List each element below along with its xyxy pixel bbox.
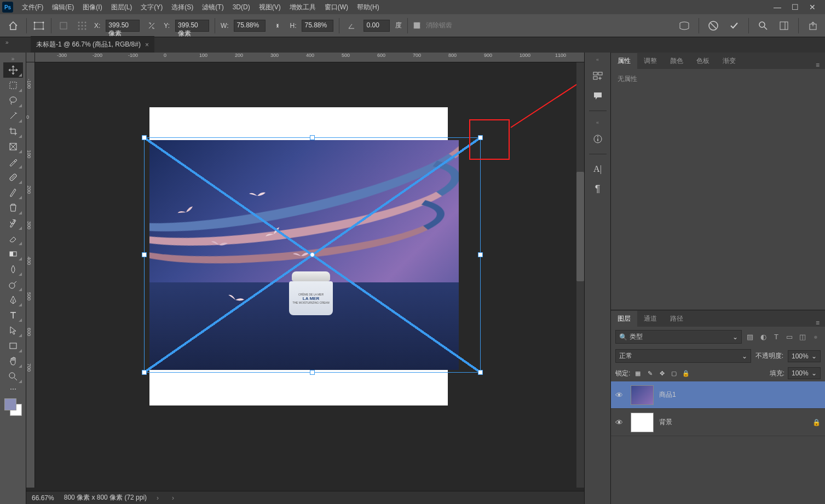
comments-panel-icon[interactable] — [590, 90, 605, 102]
menu-help[interactable]: 帮助(H) — [353, 1, 384, 14]
search-icon[interactable] — [757, 19, 770, 32]
ruler-horizontal[interactable]: -300 -200 -100 0 100 200 300 400 500 600… — [35, 53, 584, 62]
h-input[interactable]: 75.88% — [302, 20, 333, 32]
panel-menu-icon[interactable]: ≡ — [810, 61, 825, 69]
blend-mode[interactable]: 正常⌄ — [615, 349, 751, 363]
link-wh-icon[interactable] — [271, 19, 284, 32]
lock-all-icon[interactable]: 🔒 — [682, 369, 690, 378]
history-panel-icon[interactable] — [590, 70, 605, 82]
tab-properties[interactable]: 属性 — [611, 53, 637, 69]
history-brush-tool[interactable] — [3, 216, 23, 231]
gradient-tool[interactable] — [3, 246, 23, 262]
tab-paths[interactable]: 路径 — [664, 311, 690, 327]
tab-layers[interactable]: 图层 — [611, 311, 637, 327]
transform-handle-bl[interactable] — [142, 370, 147, 375]
marquee-tool[interactable] — [3, 78, 23, 93]
canvas-scrollbar[interactable] — [576, 62, 584, 488]
clone-tool[interactable] — [3, 200, 23, 216]
cancel-transform-icon[interactable] — [707, 19, 720, 32]
transform-handle-mr[interactable] — [478, 252, 483, 257]
hand-tool[interactable] — [3, 354, 23, 369]
ruler-origin[interactable] — [26, 53, 35, 62]
warp-icon[interactable] — [678, 19, 691, 32]
tab-chevron-icon[interactable]: » — [5, 39, 9, 45]
lock-artboard-icon[interactable]: ▢ — [670, 369, 678, 378]
transform-handle-ml[interactable] — [142, 252, 147, 257]
zoom-tool[interactable] — [3, 369, 23, 384]
status-chevron-icon[interactable]: › — [157, 494, 159, 502]
path-select-tool[interactable] — [3, 323, 23, 338]
menu-file[interactable]: 文件(F) — [18, 1, 48, 14]
ruler-vertical[interactable]: -100 0 100 200 300 400 500 600 700 — [26, 62, 35, 488]
lock-position-icon[interactable]: ✥ — [657, 369, 666, 378]
visibility-icon[interactable]: 👁 — [615, 418, 625, 427]
canvas[interactable]: -300 -200 -100 0 100 200 300 400 500 600… — [26, 53, 584, 504]
rectangle-tool[interactable] — [3, 338, 23, 354]
tab-adjustments[interactable]: 调整 — [637, 53, 664, 69]
maximize-button[interactable]: ☐ — [791, 3, 799, 11]
layers-menu-icon[interactable]: ≡ — [810, 319, 825, 327]
opacity-input[interactable]: 100%⌄ — [788, 350, 821, 362]
zoom-level[interactable]: 66.67% — [32, 494, 54, 502]
menu-view[interactable]: 视图(V) — [255, 1, 285, 14]
frame-tool[interactable] — [3, 139, 23, 154]
eraser-tool[interactable] — [3, 231, 23, 246]
menu-window[interactable]: 窗口(W) — [320, 1, 353, 14]
crop-tool[interactable] — [3, 124, 23, 139]
antialias-checkbox[interactable] — [413, 22, 420, 29]
document-tab[interactable]: 未标题-1 @ 66.7% (商品1, RGB/8#) × — [31, 36, 154, 53]
y-input[interactable]: 399.50 像素 — [175, 20, 209, 32]
type-tool[interactable] — [3, 308, 23, 323]
layer-name[interactable]: 商品1 — [659, 390, 821, 399]
transform-mode-icon[interactable] — [32, 19, 45, 32]
eyedropper-tool[interactable] — [3, 154, 23, 170]
pen-tool[interactable] — [3, 292, 23, 308]
filter-adjust-icon[interactable]: ◐ — [758, 332, 768, 342]
filter-shape-icon[interactable]: ▭ — [784, 332, 794, 342]
tab-gradients[interactable]: 渐变 — [716, 53, 742, 69]
layer-name[interactable]: 背景 — [659, 418, 807, 427]
menu-layer[interactable]: 图层(L) — [107, 1, 137, 14]
filter-toggle-icon[interactable]: ● — [811, 332, 821, 342]
layer-thumbnail[interactable] — [631, 385, 654, 405]
lasso-tool[interactable] — [3, 93, 23, 108]
healing-tool[interactable] — [3, 170, 23, 185]
lock-transparent-icon[interactable]: ▦ — [633, 369, 642, 378]
filter-type-icon[interactable]: T — [771, 332, 781, 342]
magic-wand-tool[interactable] — [3, 108, 23, 124]
w-input[interactable]: 75.88% — [234, 20, 266, 32]
dodge-tool[interactable] — [3, 277, 23, 292]
menu-select[interactable]: 选择(S) — [167, 1, 198, 14]
commit-transform-icon[interactable] — [728, 19, 741, 32]
fill-input[interactable]: 100%⌄ — [788, 367, 821, 379]
close-button[interactable]: ✕ — [809, 3, 816, 11]
menu-type[interactable]: 文字(Y) — [136, 1, 167, 14]
home-icon[interactable] — [5, 18, 21, 33]
document-dimensions[interactable]: 800 像素 x 800 像素 (72 ppi) — [64, 493, 147, 502]
edit-toolbar[interactable]: ⋯ — [3, 384, 23, 394]
workspace-icon[interactable] — [777, 19, 791, 32]
filter-image-icon[interactable]: ▨ — [745, 332, 755, 342]
layer-row[interactable]: 👁 背景 🔒 — [611, 409, 825, 436]
swap-xy-icon[interactable] — [145, 19, 158, 32]
brush-tool[interactable] — [3, 185, 23, 200]
close-tab-icon[interactable]: × — [145, 41, 149, 49]
layer-filter[interactable]: 🔍 类型 ⌄ — [615, 330, 742, 344]
tab-swatches[interactable]: 色板 — [690, 53, 716, 69]
menu-filter[interactable]: 滤镜(T) — [198, 1, 228, 14]
lock-icon[interactable]: 🔒 — [812, 419, 821, 426]
blur-tool[interactable] — [3, 262, 23, 277]
info-panel-icon[interactable] — [590, 133, 605, 145]
color-swatch[interactable] — [4, 398, 22, 416]
reference-point-icon[interactable] — [57, 19, 70, 32]
visibility-icon[interactable]: 👁 — [615, 391, 625, 399]
tab-channels[interactable]: 通道 — [637, 311, 664, 327]
tools-collapse-icon[interactable]: » — [11, 56, 15, 62]
menu-3d[interactable]: 3D(D) — [228, 1, 255, 13]
reference-grid-icon[interactable] — [76, 19, 89, 32]
layer-row[interactable]: 👁 商品1 — [611, 381, 825, 409]
menu-plugins[interactable]: 增效工具 — [285, 1, 320, 14]
tab-color[interactable]: 颜色 — [664, 53, 690, 69]
minimize-button[interactable]: — — [774, 3, 781, 11]
filter-smart-icon[interactable]: ◫ — [798, 332, 807, 342]
